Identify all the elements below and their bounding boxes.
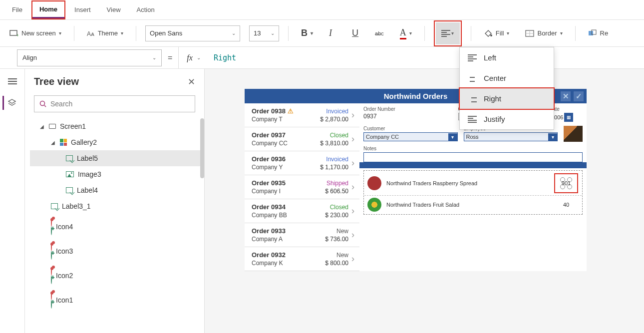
align-left-option[interactable]: Left [460,47,554,68]
chevron-down-icon: ▾ [507,30,509,36]
tree-view-rail-button[interactable] [2,96,21,110]
scrollbar[interactable] [200,118,204,178]
font-family-value: Open Sans [150,29,182,37]
strikethrough-button[interactable]: abc— [371,27,387,40]
tree-view-panel: Tree view ✕ ◢Screen1 ◢Gallery2 Label5 Im… [25,69,205,333]
icon-group-icon [51,292,52,308]
icon-group-icon [51,218,52,235]
calendar-icon[interactable]: ▦ [564,113,573,122]
tree-node-icon4[interactable]: Icon4 [30,214,204,239]
order-list-item[interactable]: Order 0935Company IShipped$ 606.50› [245,175,359,199]
fill-button[interactable]: Fill ▾ [480,26,513,41]
qty-value: 901 [562,180,571,186]
order-list-item[interactable]: Order 0933Company ANew$ 736.00› [245,223,359,247]
date-picker[interactable]: .006▦ [553,113,583,122]
underline-button[interactable]: U [348,24,362,42]
label-notes: Notes [363,146,583,151]
order-list-item[interactable]: Order 0938 ⚠Company TInvoiced$ 2,870.00› [245,103,359,127]
align-right-icon [468,95,477,102]
cancel-icon[interactable]: ✕ [561,91,571,101]
close-icon[interactable]: ✕ [188,76,195,87]
formula-input[interactable]: Right [209,53,236,62]
font-family-select[interactable]: Open Sans ⌄ [145,25,240,41]
menu-file[interactable]: File [5,2,29,17]
font-size-value: 13 [254,29,261,37]
align-center-icon [468,75,477,82]
tree-node-image3[interactable]: Image3 [30,166,204,182]
separator [74,26,74,41]
confirm-icon[interactable]: ✓ [574,91,584,101]
menu-insert[interactable]: Insert [67,2,98,17]
customer-select[interactable]: Company CC▾ [363,132,458,141]
separator [575,26,576,41]
order-list-item[interactable]: Order 0934Company BBClosed$ 230.00› [245,199,359,223]
svg-rect-0 [10,30,17,35]
theme-button[interactable]: Aᴀ Theme ▾ [83,26,127,40]
label-date: ate [553,106,583,112]
qty-value: 40 [554,202,579,208]
align-justify-icon [468,116,477,123]
align-icon [441,30,450,37]
bold-button[interactable]: B ▾ [298,24,317,42]
tree-node-label4[interactable]: Label4 [30,182,204,198]
line-item-row[interactable]: Northwind Traders Fruit Salad 40 [364,196,582,214]
employee-select[interactable]: Ross▾ [464,132,558,141]
tree-node-label5[interactable]: Label5 [30,150,204,166]
menu-action[interactable]: Action [130,2,162,17]
tree-node-icon2[interactable]: Icon2 [30,263,204,288]
tree-node-icon1[interactable]: Icon1 [30,288,204,312]
label-icon [66,155,73,161]
border-button[interactable]: Border ▾ [522,26,566,40]
fx-icon: fx [187,53,193,62]
new-screen-button[interactable]: + New screen ▾ [6,26,65,40]
font-color-button[interactable]: A▾ [396,24,415,43]
hamburger-icon[interactable] [8,77,17,86]
line-item-row[interactable]: Northwind Traders Raspberry Spread 901 [364,171,582,196]
notes-input[interactable] [363,152,583,162]
fx-section: fx ⌄ [178,47,209,68]
value-date: .006 [553,114,563,120]
tree-node-gallery[interactable]: ◢Gallery2 [30,134,204,150]
chevron-down-icon: ▾ [560,30,563,36]
property-select[interactable]: Align ⌄ [17,49,162,66]
tree-node-label3[interactable]: Label3_1 [30,198,204,214]
align-right-option[interactable]: Right [460,88,554,109]
order-list: Order 0938 ⚠Company TInvoiced$ 2,870.00›… [245,103,359,271]
top-menu-bar: File Home Insert View Action [0,0,644,20]
line-items-gallery[interactable]: Northwind Traders Raspberry Spread 901 N… [363,170,583,215]
chevron-down-icon: ⌄ [271,30,275,36]
svg-point-3 [490,34,492,36]
order-list-item[interactable]: Order 0937Company CCClosed$ 3,810.00› [245,127,359,151]
text-align-button[interactable]: ▾ [436,22,460,44]
left-rail [0,69,25,333]
tree-view-title: Tree view [34,76,79,87]
chevron-down-icon: ▾ [548,133,557,141]
separator [471,26,471,41]
svg-text:Aᴀ: Aᴀ [87,30,94,37]
svg-rect-7 [589,31,593,35]
design-canvas[interactable]: Northwind Orders ✕ ✓ Order 0938 ⚠Company… [205,69,644,333]
menu-view[interactable]: View [100,2,128,17]
italic-button[interactable]: I [325,24,339,42]
new-screen-label: New screen [21,29,56,37]
tree-search[interactable] [34,95,195,112]
order-list-item[interactable]: Order 0936Company YInvoiced$ 1,170.00› [245,151,359,175]
tree-node-icon3[interactable]: Icon3 [30,239,204,263]
tree-node-screen[interactable]: ◢Screen1 [30,118,204,134]
reorder-button[interactable]: Re [585,26,612,41]
chevron-down-icon: ▾ [448,133,457,141]
label-order-number: Order Number [363,106,452,112]
align-center-option[interactable]: Center [460,68,554,88]
ribbon-toolbar: + New screen ▾ Aᴀ Theme ▾ Open Sans ⌄ 13… [0,20,644,47]
align-justify-option[interactable]: Justify [460,109,554,129]
order-list-item[interactable]: Order 0932Company KNew$ 800.00› [245,247,359,271]
chevron-down-icon: ⌄ [232,30,236,36]
font-size-select[interactable]: 13 ⌄ [249,25,279,41]
search-icon [39,100,46,107]
border-label: Border [537,29,557,37]
chevron-down-icon[interactable]: ⌄ [197,55,201,60]
align-dropdown-menu: Left Center Right Justify [459,47,554,130]
header-action-icons: ✕ ✓ [561,91,584,101]
menu-home[interactable]: Home [32,1,64,18]
search-input[interactable] [50,100,190,108]
